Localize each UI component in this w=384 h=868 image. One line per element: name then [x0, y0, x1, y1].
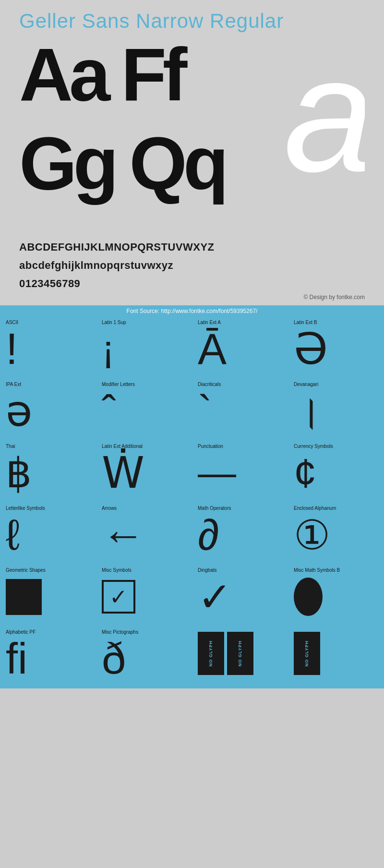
glyph-thai: ฿	[6, 449, 90, 497]
glyph-pair-ff: Ff	[121, 37, 198, 112]
label-latin1sup: Latin 1 Sup	[102, 320, 186, 325]
checkbox-shape: ✓	[102, 580, 135, 614]
glyph-geometric	[6, 573, 90, 621]
no-glyph-text-2: NO GLYPH	[238, 640, 242, 666]
black-square-shape	[6, 579, 42, 615]
no-glyph-box-3: NO GLYPH	[294, 632, 320, 675]
no-glyph-box-1: NO GLYPH	[198, 632, 224, 675]
cell-latin-ext-add: Latin Ext Additional Ẇ	[96, 441, 192, 503]
copyright: © Design by fontke.com	[19, 294, 365, 301]
glyph-enclosed: ①	[294, 511, 378, 559]
glyph-alphabetic-pf: fi	[6, 635, 90, 683]
glyph-modifier: ˆ	[102, 387, 186, 435]
cell-arrows: Arrows ←	[96, 503, 192, 565]
no-glyph-text-1: NO GLYPH	[209, 640, 213, 666]
label-ipa-ext: IPA Ext	[6, 382, 90, 387]
cell-latin1sup: Latin 1 Sup ¡	[96, 317, 192, 379]
glyph-latin1sup: ¡	[102, 325, 186, 373]
label-enclosed: Enclosed Alphanum	[294, 506, 378, 511]
cell-enclosed: Enclosed Alphanum ①	[288, 503, 384, 565]
cell-ascii: ASCII !	[0, 317, 96, 379]
label-diacriticals: Diacriticals	[198, 382, 282, 387]
cell-misc-symbols: Misc Symbols ✓	[96, 565, 192, 627]
glyph-latin-ext-a: Ā	[198, 325, 282, 373]
label-math-ops: Math Operators	[198, 506, 282, 511]
cell-misc-pictographs: Misc Pictographs ð	[96, 627, 192, 688]
cell-latin-ext-b: Latin Ext B Ə	[288, 317, 384, 379]
glyph-block-4: Letterlike Symbols ℓ Arrows ← Math Opera…	[0, 503, 384, 565]
glyph-diacriticals: `	[198, 387, 282, 435]
label-thai: Thai	[6, 444, 90, 449]
glyph-no-glyph-1: NO GLYPH NO GLYPH	[198, 629, 282, 677]
glyph-block-1: ASCII ! Latin 1 Sup ¡ Latin Ext A Ā Lati…	[0, 317, 384, 379]
glyph-arrows: ←	[102, 511, 186, 559]
glyph-showcase: Aa Ff Gg Qq a	[19, 37, 365, 239]
label-misc-symbols: Misc Symbols	[102, 567, 186, 573]
cell-ipa-ext: IPA Ext ə	[0, 379, 96, 441]
label-dingbats: Dingbats	[198, 567, 282, 573]
cell-thai: Thai ฿	[0, 441, 96, 503]
label-letterlike: Letterlike Symbols	[6, 506, 90, 511]
glyph-no-glyph-2: NO GLYPH	[294, 629, 378, 677]
label-currency: Currency Symbols	[294, 444, 378, 449]
label-latin-ext-a: Latin Ext A	[198, 320, 282, 325]
bottom-section: ASCII ! Latin 1 Sup ¡ Latin Ext A Ā Lati…	[0, 317, 384, 688]
label-devanagari: Devanagari	[294, 382, 378, 387]
uppercase-alphabet: ABCDEFGHIJKLMNOPQRSTUVWXYZ	[19, 239, 365, 255]
cell-diacriticals: Diacriticals `	[192, 379, 288, 441]
cell-no-glyph-1: NO GLYPH NO GLYPH	[192, 627, 288, 688]
label-ascii: ASCII	[6, 320, 90, 325]
glyph-dingbats: ✓	[198, 573, 282, 621]
cell-alphabetic-pf: Alphabetic PF fi	[0, 627, 96, 688]
glyph-pair-qq: Qq	[129, 126, 239, 201]
glyph-math-ops: ∂	[198, 511, 282, 559]
glyph-block-5: Geometric Shapes Misc Symbols ✓ Dingbats…	[0, 565, 384, 627]
label-punctuation: Punctuation	[198, 444, 282, 449]
cell-misc-math-b: Misc Math Symbols B	[288, 565, 384, 627]
cell-devanagari: Devanagari ।	[288, 379, 384, 441]
digits: 0123456789	[19, 276, 365, 291]
glyph-devanagari: ।	[294, 387, 378, 435]
glyph-punctuation: —	[198, 449, 282, 497]
lowercase-alphabet: abcdefghijklmnopqrstuvwxyz	[19, 257, 365, 273]
cell-currency: Currency Symbols ¢	[288, 441, 384, 503]
cell-punctuation: Punctuation —	[192, 441, 288, 503]
font-source-bar: Font Source: http://www.fontke.com/font/…	[0, 305, 384, 317]
glyph-block-6: Alphabetic PF fi Misc Pictographs ð NO G…	[0, 627, 384, 688]
showcase-row1: Aa Ff	[19, 37, 198, 112]
glyph-latin-ext-b: Ə	[294, 325, 378, 373]
cell-modifier: Modifier Letters ˆ	[96, 379, 192, 441]
cell-dingbats: Dingbats ✓	[192, 565, 288, 627]
glyph-latin-ext-add: Ẇ	[102, 449, 186, 497]
cell-latin-ext-a: Latin Ext A Ā	[192, 317, 288, 379]
glyph-ipa-ext: ə	[6, 387, 90, 435]
no-glyph-text-3: NO GLYPH	[305, 640, 309, 666]
showcase-row2: Gg Qq	[19, 126, 240, 201]
glyph-block-3: Thai ฿ Latin Ext Additional Ẇ Punctuatio…	[0, 441, 384, 503]
label-arrows: Arrows	[102, 506, 186, 511]
glyph-misc-math-b	[294, 573, 378, 621]
top-section: Geller Sans Narrow Regular Aa Ff Gg Qq a…	[0, 0, 384, 305]
label-geometric: Geometric Shapes	[6, 567, 90, 573]
no-glyph-box-2: NO GLYPH	[227, 632, 253, 675]
big-letter-a: a	[284, 37, 365, 196]
glyph-pair-aa: Aa	[19, 37, 121, 112]
glyph-pair-gg: Gg	[19, 126, 129, 201]
label-latin-ext-b: Latin Ext B	[294, 320, 378, 325]
cell-no-glyph-2: NO GLYPH	[288, 627, 384, 688]
label-misc-math-b: Misc Math Symbols B	[294, 567, 378, 573]
black-oval-shape	[294, 578, 323, 616]
cell-math-ops: Math Operators ∂	[192, 503, 288, 565]
glyph-ascii: !	[6, 325, 90, 373]
label-modifier: Modifier Letters	[102, 382, 186, 387]
glyph-block-2: IPA Ext ə Modifier Letters ˆ Diacritical…	[0, 379, 384, 441]
glyph-letterlike: ℓ	[6, 511, 90, 559]
label-misc-pictographs: Misc Pictographs	[102, 629, 186, 635]
glyph-currency: ¢	[294, 449, 378, 497]
glyph-misc-pictographs: ð	[102, 635, 186, 683]
font-source-text: Font Source: http://www.fontke.com/font/…	[127, 308, 258, 314]
cell-letterlike: Letterlike Symbols ℓ	[0, 503, 96, 565]
label-alphabetic-pf: Alphabetic PF	[6, 629, 90, 635]
font-title: Geller Sans Narrow Regular	[19, 10, 365, 33]
glyph-misc-symbols: ✓	[102, 573, 186, 621]
